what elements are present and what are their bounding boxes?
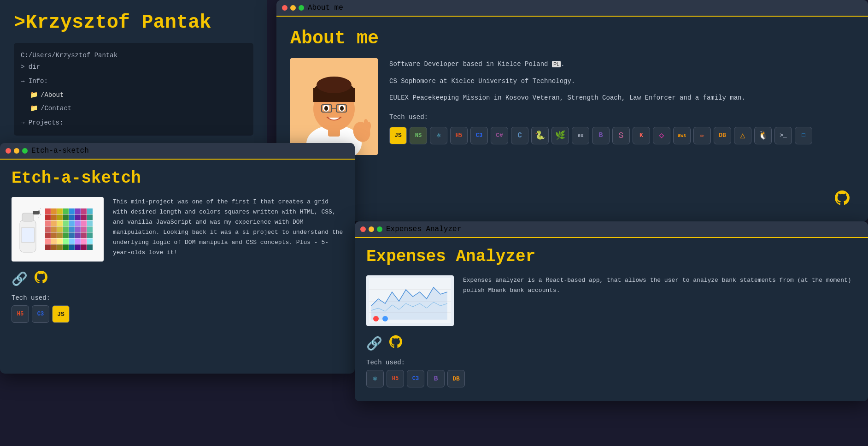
contact-link-label: /Contact — [41, 103, 71, 114]
about-description: Software Developer based in Kielce Polan… — [389, 58, 854, 144]
expenses-traffic-lights — [360, 226, 382, 232]
terminal-prompt: C:/Users/Krzysztof Pantak > dir → Info: … — [14, 43, 253, 136]
svg-point-20 — [38, 217, 39, 218]
etch-page-title: Etch-a-sketch — [12, 169, 343, 188]
main-title: >Krzysztof Pantak — [14, 12, 253, 34]
projects-label: → Projects: — [21, 119, 63, 126]
etch-window: Etch-a-sketch Etch-a-sketch — [0, 143, 355, 374]
expenses-body: Expenses Analyzer — [355, 238, 868, 397]
avatar — [290, 58, 378, 155]
about-window-title: About me — [308, 4, 343, 12]
about-nav-item[interactable]: 📁 /About — [30, 89, 246, 101]
tech-icon-db: DB — [714, 127, 731, 144]
minimize-btn-expenses[interactable] — [369, 226, 374, 232]
expenses-window: Expenses Analyzer Expenses Analyzer — [355, 221, 868, 401]
about-tech-icons: JS NS ⚛ H5 C3 C# C 🐍 — [389, 127, 854, 144]
minimize-btn-etch[interactable] — [14, 148, 19, 154]
maximize-btn-etch[interactable] — [22, 148, 28, 154]
etch-chain-link[interactable]: 🔗 — [12, 271, 28, 287]
svg-rect-26 — [22, 228, 34, 242]
tech-icon-kendo: K — [633, 127, 650, 144]
terminal-path: C:/Users/Krzysztof Pantak — [21, 50, 246, 61]
terminal-cmd: > dir — [21, 61, 246, 73]
tech-icon-docker: □ — [795, 127, 812, 144]
svg-point-21 — [40, 208, 41, 209]
about-text-line1: Software Developer based in Kielce Polan… — [389, 60, 548, 68]
about-page-title: About me — [290, 28, 854, 49]
about-line1: Software Developer based in Kielce Polan… — [389, 58, 854, 71]
etch-tech-icons: H5 C3 JS — [12, 305, 343, 323]
etch-tech-section: Tech used: H5 C3 JS — [12, 294, 343, 323]
folder-icon-about: 📁 — [30, 89, 38, 101]
tech-icon-css: C3 — [470, 127, 488, 144]
etch-tech-html: H5 — [12, 305, 29, 323]
expenses-desc-text: Expenses analyzer is a React-based app, … — [463, 277, 851, 294]
about-tech-label: Tech used: — [389, 111, 854, 124]
svg-point-19 — [40, 214, 41, 215]
tech-icon-sass: S — [612, 127, 630, 144]
svg-point-9 — [324, 106, 328, 111]
color-grid — [45, 208, 93, 250]
maximize-btn-about[interactable] — [299, 5, 304, 11]
about-content: Software Developer based in Kielce Polan… — [290, 58, 854, 155]
expenses-content: Expenses analyzer is a React-based app, … — [366, 275, 856, 326]
about-github-icon[interactable] — [835, 190, 850, 210]
svg-rect-24 — [33, 211, 40, 214]
tech-icon-postman: ✏ — [693, 127, 711, 144]
etch-desc-text: This mini-project was one of the first I… — [113, 198, 343, 256]
about-line3: EULEX Peacekeeping Mission in Kosovo Vet… — [389, 92, 854, 104]
etch-window-title: Etch-a-sketch — [31, 147, 89, 155]
about-titlebar: About me — [276, 0, 868, 16]
tech-icon-react: ⚛ — [430, 127, 447, 144]
github-svg — [835, 190, 850, 205]
expenses-description: Expenses analyzer is a React-based app, … — [463, 275, 856, 296]
close-btn-expenses[interactable] — [360, 226, 366, 232]
expenses-window-title: Expenses Analyzer — [386, 225, 461, 233]
etch-github-link[interactable] — [35, 271, 47, 287]
etch-description: This mini-project was one of the first I… — [113, 197, 343, 258]
minimize-btn-about[interactable] — [290, 5, 296, 11]
expenses-tech-label: Tech used: — [366, 359, 856, 366]
maximize-btn-expenses[interactable] — [377, 226, 382, 232]
tech-icon-nodejs: NS — [410, 127, 427, 144]
about-link-label: /About — [41, 89, 64, 101]
etch-titlebar: Etch-a-sketch — [0, 143, 355, 159]
etch-body: Etch-a-sketch — [0, 160, 355, 332]
tech-icon-graphql: ◇ — [653, 127, 670, 144]
close-btn-about[interactable] — [282, 5, 287, 11]
svg-point-10 — [340, 106, 344, 111]
etch-tech-css: C3 — [32, 305, 49, 323]
expenses-chart-image — [366, 275, 454, 326]
tech-icon-express: ex — [572, 127, 589, 144]
tech-icon-bootstrap: B — [592, 127, 610, 144]
tech-icon-js: JS — [389, 127, 407, 144]
etch-traffic-lights — [6, 148, 28, 154]
flag-pl: PL — [552, 61, 561, 67]
close-btn-etch[interactable] — [6, 148, 11, 154]
expenses-chain-link[interactable]: 🔗 — [366, 336, 382, 351]
tech-icon-mongo: 🌿 — [551, 127, 569, 144]
etch-tech-label: Tech used: — [12, 294, 343, 302]
expenses-links: 🔗 — [366, 335, 856, 352]
avatar-svg — [290, 58, 378, 155]
spray-can-svg — [15, 202, 43, 257]
main-terminal-window: >Krzysztof Pantak C:/Users/Krzysztof Pan… — [0, 0, 267, 148]
about-window: About me About me — [276, 0, 868, 221]
expenses-chart-svg — [369, 278, 451, 323]
about-body: About me — [276, 17, 868, 167]
about-traffic-lights — [282, 5, 304, 11]
expenses-tech-react: ⚛ — [366, 370, 384, 387]
expenses-github-link[interactable] — [389, 335, 402, 352]
expenses-page-title: Expenses Analyzer — [366, 247, 856, 266]
contact-nav-item[interactable]: 📁 /Contact — [30, 103, 246, 114]
tech-icon-c: C — [511, 127, 528, 144]
etch-image — [12, 197, 104, 262]
tech-icon-csharp: C# — [491, 127, 508, 144]
tech-icon-aws: aws — [673, 127, 691, 144]
expenses-tech-section: Tech used: ⚛ H5 C3 B DB — [366, 359, 856, 387]
etch-content: This mini-project was one of the first I… — [12, 197, 343, 262]
expenses-titlebar: Expenses Analyzer — [355, 221, 868, 237]
about-line2: CS Sophomore at Kielce University of Tec… — [389, 75, 854, 88]
expenses-tech-html: H5 — [387, 370, 404, 387]
tech-icon-amplify: △ — [734, 127, 751, 144]
